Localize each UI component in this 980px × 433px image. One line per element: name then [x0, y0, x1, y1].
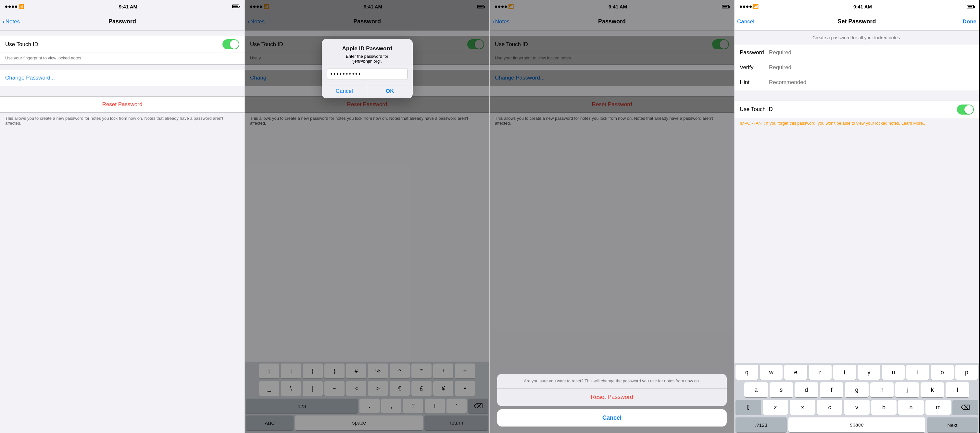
key-f[interactable]: f — [820, 382, 844, 397]
nav-bar-4: Cancel Set Password Done — [735, 13, 979, 30]
time-1: 9:41 AM — [119, 4, 137, 10]
action-sheet-3: Are you sure you want to reset? This wil… — [497, 374, 727, 406]
signal-dots-4 — [740, 6, 752, 8]
touch-id-row-1[interactable]: Use Touch ID — [0, 36, 245, 53]
touch-id-hint-1: Use your fingerprint to view locked note… — [0, 53, 245, 64]
dialog-overlay-2: Apple ID Password Enter the password for… — [245, 0, 489, 433]
status-right-1 — [232, 4, 239, 9]
screen-4: 📶 9:41 AM Cancel Set Password Done Creat… — [735, 0, 979, 433]
key-p[interactable]: p — [955, 365, 978, 380]
key-c[interactable]: c — [817, 400, 843, 415]
key-w[interactable]: w — [760, 365, 783, 380]
nav-bar-1: ‹ Notes Password — [0, 13, 245, 30]
dialog-cancel-btn[interactable]: Cancel — [322, 84, 368, 98]
dialog-content-2: Apple ID Password Enter the password for… — [322, 39, 413, 84]
sp-fields-section: Password Verify Hint — [735, 45, 979, 90]
key-v[interactable]: v — [844, 400, 870, 415]
key-u[interactable]: u — [882, 365, 905, 380]
screen-3: 📶 9:41 AM ‹ Notes Password Use Touch ID … — [490, 0, 735, 433]
dialog-ok-btn[interactable]: OK — [367, 84, 413, 98]
alpha-row2: a s d f g h j k l — [735, 381, 979, 398]
touch-id-section-1: Use Touch ID Use your fingerprint to vie… — [0, 36, 245, 65]
touch-id-toggle-1[interactable] — [223, 39, 239, 49]
key-r[interactable]: r — [809, 365, 832, 380]
nav-title-4: Set Password — [837, 18, 876, 25]
action-sheet-reset-btn[interactable]: Reset Password — [497, 389, 727, 406]
sp-password-row: Password — [735, 45, 979, 60]
sp-hint-input[interactable] — [769, 79, 974, 86]
change-password-1[interactable]: Change Password... — [0, 70, 245, 86]
sp-password-label: Password — [740, 49, 769, 56]
time-4: 9:41 AM — [853, 4, 872, 10]
sp-footer-text: IMPORTANT: If you forget this password, … — [740, 121, 900, 125]
action-sheet-text-3: Are you sure you want to reset? This wil… — [524, 379, 700, 383]
nav-title-1: Password — [108, 18, 136, 25]
battery-icon-4 — [967, 5, 974, 8]
sp-header-4: Create a password for all your locked no… — [735, 30, 979, 45]
key-num123[interactable]: .?123 — [735, 417, 787, 432]
key-h[interactable]: h — [870, 382, 894, 397]
key-b[interactable]: b — [871, 400, 897, 415]
sp-verify-row: Verify — [735, 60, 979, 75]
key-x[interactable]: x — [790, 400, 815, 415]
cancel-btn-4[interactable]: Cancel — [737, 19, 754, 25]
wifi-icon-1: 📶 — [19, 4, 24, 9]
done-btn-4[interactable]: Done — [963, 19, 977, 25]
toggle-knob-1 — [230, 40, 239, 49]
wifi-icon-4: 📶 — [753, 4, 759, 9]
key-g[interactable]: g — [845, 382, 869, 397]
next-button[interactable]: Next — [927, 417, 978, 432]
status-left-4: 📶 — [740, 4, 759, 9]
sp-verify-input[interactable] — [769, 64, 974, 71]
alpha-row3: ⇧ z x c v b n m ⌫ — [735, 398, 979, 416]
action-sheet-msg-3: Are you sure you want to reset? This wil… — [497, 374, 727, 389]
sp-password-input[interactable] — [769, 49, 974, 56]
signal-dots-1 — [5, 6, 17, 8]
sp-hint-label: Hint — [740, 79, 769, 86]
key-a[interactable]: a — [744, 382, 768, 397]
key-s[interactable]: s — [770, 382, 793, 397]
status-right-4 — [967, 5, 974, 8]
action-sheet-cancel-btn[interactable]: Cancel — [497, 409, 727, 427]
key-i[interactable]: i — [906, 365, 929, 380]
chevron-left-icon-1: ‹ — [3, 18, 5, 25]
key-k[interactable]: k — [921, 382, 944, 397]
key-space-4[interactable]: space — [788, 417, 925, 432]
dialog-title-2: Apple ID Password — [327, 46, 407, 52]
delete-key-4[interactable]: ⌫ — [952, 400, 978, 415]
key-o[interactable]: o — [931, 365, 954, 380]
alpha-row4: .?123 space Next — [735, 416, 979, 433]
sp-footer-4: IMPORTANT: If you forget this password, … — [735, 118, 979, 132]
status-bar-4: 📶 9:41 AM — [735, 0, 979, 13]
reset-footer-1: This allows you to create a new password… — [0, 113, 245, 130]
sp-touchid-section: Use Touch ID — [735, 101, 979, 118]
keyboard-4[interactable]: q w e r t y u i o p a s d f g h j k l ⇧ … — [735, 363, 979, 433]
key-l[interactable]: l — [946, 382, 969, 397]
screen-1: 📶 9:41 AM ‹ Notes Password Use Touch ID … — [0, 0, 245, 433]
sp-touchid-label: Use Touch ID — [740, 106, 957, 113]
key-y[interactable]: y — [858, 365, 880, 380]
nav-back-1[interactable]: ‹ Notes — [3, 18, 20, 25]
sp-touchid-toggle[interactable] — [957, 105, 974, 114]
key-j[interactable]: j — [895, 382, 919, 397]
key-q[interactable]: q — [735, 365, 758, 380]
sp-verify-label: Verify — [740, 64, 769, 71]
reset-confirm-overlay: Are you sure you want to reset? This wil… — [490, 0, 734, 433]
battery-icon-1 — [232, 4, 239, 9]
key-m[interactable]: m — [926, 400, 951, 415]
key-e[interactable]: e — [784, 365, 807, 380]
screen-2: 📶 9:41 AM ‹ Notes Password Use Touch ID … — [245, 0, 490, 433]
key-z[interactable]: z — [763, 400, 788, 415]
key-t[interactable]: t — [833, 365, 856, 380]
shift-key[interactable]: ⇧ — [735, 400, 761, 415]
learn-more-link[interactable]: Learn More... — [901, 121, 926, 125]
reset-password-1[interactable]: Reset Password — [0, 97, 245, 113]
key-n[interactable]: n — [898, 400, 924, 415]
dialog-password-input[interactable] — [327, 68, 407, 80]
alpha-row1: q w e r t y u i o p — [735, 363, 979, 381]
apple-id-dialog: Apple ID Password Enter the password for… — [322, 39, 413, 98]
key-d[interactable]: d — [795, 382, 818, 397]
nav-back-label-1: Notes — [6, 19, 20, 25]
sp-touchid-row[interactable]: Use Touch ID — [735, 101, 979, 118]
sp-hint-row: Hint — [735, 75, 979, 90]
